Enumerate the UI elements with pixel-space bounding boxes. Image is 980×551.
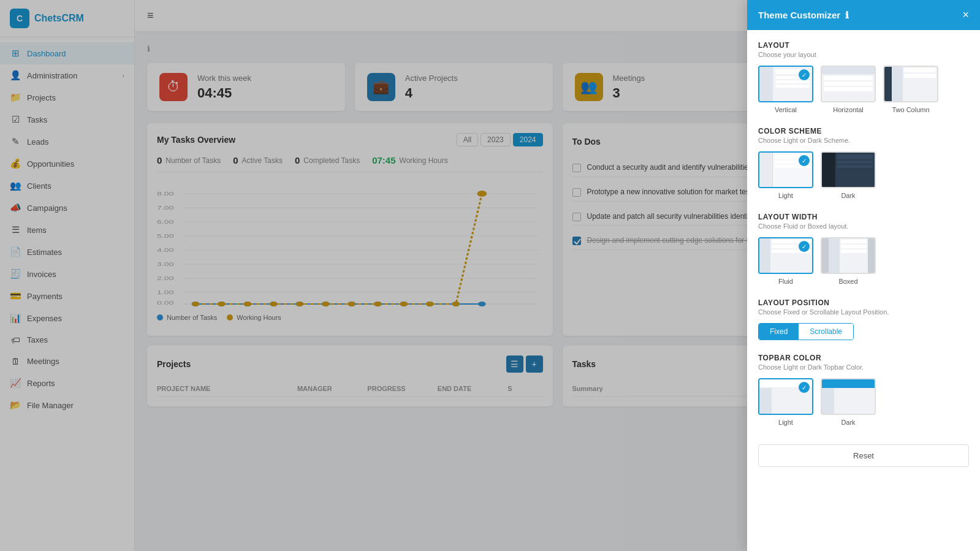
layout-options: ✓ Vertical — [758, 66, 969, 113]
color-light-label: Light — [778, 192, 793, 199]
layout-preview-vertical: ✓ — [758, 66, 813, 102]
topbar-preview-dark — [821, 378, 876, 415]
layout-option-horizontal[interactable]: Horizontal — [821, 66, 876, 113]
light-check: ✓ — [799, 155, 810, 166]
position-buttons: Fixed Scrollable — [758, 323, 854, 340]
topbar-color-title: TOPBAR COLOR — [758, 354, 969, 362]
layout-width-subtitle: Choose Fluid or Boxed layout. — [758, 222, 969, 230]
theme-close-button[interactable]: × — [962, 9, 969, 21]
layout-title: LAYOUT — [758, 41, 969, 50]
layout-width-fluid[interactable]: ✓ Fluid — [758, 237, 813, 285]
color-dark-label: Dark — [841, 192, 855, 199]
topbar-light-option[interactable]: ✓ Light — [758, 378, 813, 426]
color-preview-light: ✓ — [758, 151, 813, 188]
color-scheme-section: COLOR SCHEME Choose Light or Dark Scheme… — [758, 127, 969, 199]
topbar-preview-light: ✓ — [758, 378, 813, 415]
layout-position-subtitle: Choose Fixed or Scrollable Layout Positi… — [758, 308, 969, 316]
selected-check: ✓ — [799, 69, 810, 80]
layout-option-twocolumn[interactable]: Two Column — [883, 66, 938, 113]
color-preview-dark — [821, 151, 876, 188]
topbar-dark-label: Dark — [841, 419, 855, 426]
layout-section: LAYOUT Choose your layout — [758, 41, 969, 113]
color-scheme-light[interactable]: ✓ Light — [758, 151, 813, 199]
layout-vertical-label: Vertical — [775, 106, 797, 113]
layout-twocol-label: Two Column — [892, 106, 929, 113]
layout-position-title: LAYOUT POSITION — [758, 298, 969, 307]
topbar-color-options: ✓ Light Dark — [758, 378, 969, 426]
layout-width-boxed[interactable]: Boxed — [821, 237, 876, 285]
theme-customizer-panel: Theme Customizer ℹ × LAYOUT Choose your … — [747, 0, 980, 551]
topbar-color-subtitle: Choose Light or Dark Topbar Color. — [758, 363, 969, 371]
layout-width-section: LAYOUT WIDTH Choose Fluid or Boxed layou… — [758, 213, 969, 285]
color-scheme-options: ✓ Light — [758, 151, 969, 199]
layout-preview-twocolumn — [883, 66, 938, 102]
position-scrollable-button[interactable]: Scrollable — [799, 324, 853, 340]
layout-width-options: ✓ Fluid — [758, 237, 969, 285]
fluid-check: ✓ — [799, 241, 810, 252]
layout-subtitle: Choose your layout — [758, 51, 969, 58]
position-fixed-button[interactable]: Fixed — [759, 324, 799, 340]
theme-title: Theme Customizer ℹ — [758, 10, 849, 21]
boxed-label: Boxed — [838, 278, 857, 285]
info-icon: ℹ — [845, 10, 849, 21]
topbar-light-check: ✓ — [799, 382, 810, 393]
theme-title-text: Theme Customizer — [758, 10, 840, 20]
width-preview-boxed — [821, 237, 876, 274]
layout-horizontal-label: Horizontal — [833, 106, 864, 113]
fluid-label: Fluid — [778, 278, 793, 285]
theme-header: Theme Customizer ℹ × — [747, 0, 980, 30]
color-scheme-title: COLOR SCHEME — [758, 127, 969, 135]
topbar-light-label: Light — [778, 419, 793, 426]
layout-position-section: LAYOUT POSITION Choose Fixed or Scrollab… — [758, 298, 969, 340]
color-scheme-dark[interactable]: Dark — [821, 151, 876, 199]
width-preview-fluid: ✓ — [758, 237, 813, 274]
topbar-dark-option[interactable]: Dark — [821, 378, 876, 426]
theme-body: LAYOUT Choose your layout — [747, 30, 980, 478]
layout-preview-horizontal — [821, 66, 876, 102]
reset-button[interactable]: Reset — [758, 444, 969, 467]
color-scheme-subtitle: Choose Light or Dark Scheme. — [758, 137, 969, 144]
topbar-color-section: TOPBAR COLOR Choose Light or Dark Topbar… — [758, 354, 969, 426]
layout-option-vertical[interactable]: ✓ Vertical — [758, 66, 813, 113]
layout-width-title: LAYOUT WIDTH — [758, 213, 969, 221]
